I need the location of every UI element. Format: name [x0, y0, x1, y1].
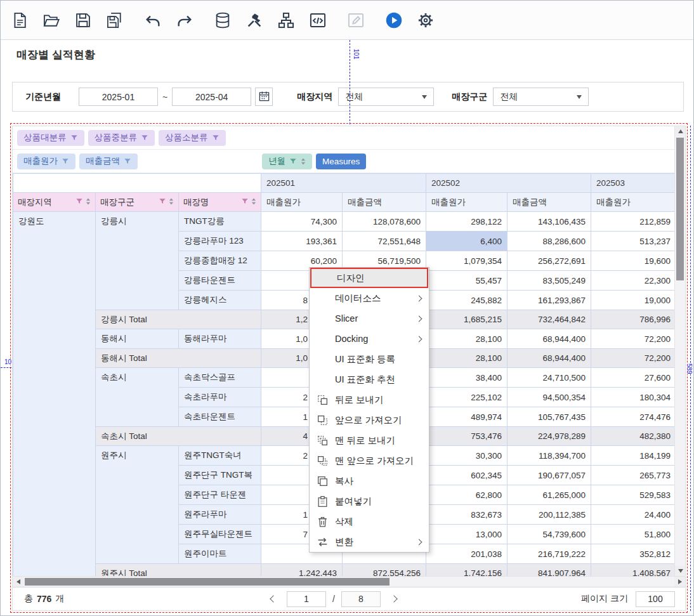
scroll-right-button[interactable]	[674, 577, 685, 587]
total-data-cell[interactable]: 482,380	[591, 427, 674, 446]
menu-item-ui-standard-register[interactable]: UI 표준화 등록	[310, 349, 429, 369]
tools-button[interactable]	[244, 7, 265, 34]
data-cell[interactable]: 19,000	[591, 291, 674, 310]
row-label-cell[interactable]: 원주TNGT숙녀	[179, 446, 261, 466]
prev-page-button[interactable]	[266, 591, 280, 606]
data-cell[interactable]: 28,100	[426, 329, 507, 349]
data-cell[interactable]: 529,583	[591, 485, 674, 505]
row-label-cell[interactable]: 강릉타운젠트	[179, 271, 261, 291]
value-column-header[interactable]: 매출원가	[261, 193, 343, 212]
data-cell[interactable]: 72,200	[591, 329, 674, 349]
total-data-cell[interactable]: 224,978,289	[507, 427, 591, 446]
settings-button[interactable]	[415, 7, 436, 34]
data-cell[interactable]: 51,800	[591, 525, 674, 544]
column-group-header[interactable]: 202503	[591, 174, 674, 193]
column-field-pill[interactable]: 년월	[262, 154, 312, 169]
data-cell[interactable]: 489,974	[426, 407, 507, 427]
data-cell[interactable]: 225,102	[426, 388, 507, 407]
undo-button[interactable]	[142, 7, 164, 34]
total-data-cell[interactable]: 1,408,567	[591, 564, 674, 577]
code-editor-button[interactable]	[307, 7, 329, 34]
row-label-cell[interactable]: 속초시	[96, 368, 179, 427]
database-button[interactable]	[212, 7, 233, 34]
data-cell[interactable]: 513,237	[591, 232, 674, 251]
data-cell[interactable]: 88,286,600	[507, 232, 591, 251]
calendar-button[interactable]	[255, 88, 273, 106]
menu-item-send-to-back[interactable]: 맨 뒤로 보내기	[310, 430, 429, 450]
data-cell[interactable]: 216,719,222	[507, 544, 591, 564]
run-button[interactable]	[383, 7, 405, 34]
data-cell[interactable]: 352,812	[591, 544, 674, 564]
row-field-pill[interactable]: 상품대분류	[17, 130, 84, 146]
value-column-header[interactable]: 매출원가	[591, 193, 674, 212]
value-column-header[interactable]: 매출원가	[426, 193, 507, 212]
data-cell[interactable]: 6,400	[426, 232, 507, 251]
measures-pill[interactable]: Measures	[316, 154, 366, 169]
measure-field-pill[interactable]: 매출금액	[79, 154, 138, 169]
total-data-cell[interactable]: 753,476	[426, 427, 507, 446]
row-dimension-header[interactable]: 매장지역	[13, 193, 96, 212]
total-data-cell[interactable]: 872,554,256	[343, 564, 426, 577]
data-cell[interactable]: 118,394,700	[507, 446, 591, 466]
data-cell[interactable]: 55,457	[426, 271, 507, 291]
data-cell[interactable]: 24,710,500	[507, 368, 591, 388]
menu-item-bring-to-front[interactable]: 맨 앞으로 가져오기	[310, 450, 429, 471]
scroll-up-button[interactable]	[675, 126, 685, 136]
data-cell[interactable]: 13,000	[426, 525, 507, 544]
save-button[interactable]	[72, 7, 94, 34]
filter-icon[interactable]	[75, 197, 83, 207]
total-data-cell[interactable]: 72,200	[591, 349, 674, 368]
data-cell[interactable]: 105,767,435	[507, 407, 591, 427]
menu-item-convert[interactable]: 변환	[310, 532, 429, 552]
hierarchy-button[interactable]	[275, 7, 297, 34]
district-select[interactable]: 전체	[493, 88, 589, 106]
data-cell[interactable]: 265,773	[591, 466, 674, 485]
menu-item-paste[interactable]: 붙여넣기	[310, 491, 429, 511]
total-data-cell[interactable]: 1,742,156	[426, 564, 507, 577]
region-select[interactable]: 전체	[338, 88, 434, 106]
sort-icon[interactable]	[86, 197, 91, 207]
data-cell[interactable]: 62,800	[426, 485, 507, 505]
data-cell[interactable]: 190,677,057	[507, 466, 591, 485]
total-label-cell[interactable]: 속초시 Total	[96, 427, 261, 446]
data-cell[interactable]: 128,078,600	[343, 212, 426, 232]
vertical-scroll-track[interactable]	[675, 136, 685, 566]
total-label-cell[interactable]: 동해시 Total	[96, 349, 261, 368]
data-cell[interactable]: 832,673	[426, 505, 507, 525]
horizontal-scroll-track[interactable]	[23, 577, 674, 587]
scroll-left-button[interactable]	[13, 577, 23, 587]
menu-item-delete[interactable]: 삭제	[310, 511, 429, 532]
data-cell[interactable]: 72,551,648	[343, 232, 426, 251]
row-label-cell[interactable]: 속초타운젠트	[179, 407, 261, 427]
menu-item-bring-forward[interactable]: 앞으로 가져오기	[310, 410, 429, 430]
row-label-cell[interactable]: 강원도	[13, 212, 96, 577]
total-label-cell[interactable]: 강릉시 Total	[96, 310, 261, 329]
menu-item-ui-standard-recommend[interactable]: UI 표준화 추천	[310, 369, 429, 390]
column-group-header[interactable]: 202502	[426, 174, 591, 193]
data-cell[interactable]: 602,345	[426, 466, 507, 485]
data-cell[interactable]: 245,882	[426, 291, 507, 310]
data-cell[interactable]: 200,112,385	[507, 505, 591, 525]
data-cell[interactable]: 161,293,867	[507, 291, 591, 310]
horizontal-scroll-thumb[interactable]	[25, 578, 390, 586]
total-data-cell[interactable]: 28,100	[426, 349, 507, 368]
row-label-cell[interactable]: 원주이마트	[179, 544, 261, 564]
row-label-cell[interactable]: 강릉헤지스	[179, 291, 261, 310]
data-cell[interactable]: 94,500,354	[507, 388, 591, 407]
row-label-cell[interactable]: 원주라푸마	[179, 505, 261, 525]
data-cell[interactable]: 256,272,691	[507, 251, 591, 271]
row-label-cell[interactable]: 동해라푸마	[179, 329, 261, 349]
row-label-cell[interactable]: 속초닥스골프	[179, 368, 261, 388]
data-cell[interactable]: 30,300	[426, 446, 507, 466]
vertical-scrollbar[interactable]	[674, 126, 685, 576]
total-data-cell[interactable]: 841,907,964	[507, 564, 591, 577]
filter-icon[interactable]	[159, 197, 166, 207]
row-label-cell[interactable]: 속초라푸마	[179, 388, 261, 407]
value-column-header[interactable]: 매출금액	[507, 193, 591, 212]
data-cell[interactable]: 38,400	[426, 368, 507, 388]
row-field-pill[interactable]: 상품중분류	[88, 130, 155, 146]
menu-item-copy[interactable]: 복사	[310, 471, 429, 491]
row-dimension-header[interactable]: 매장구군	[96, 193, 179, 212]
row-field-pill[interactable]: 상품소분류	[159, 130, 226, 146]
open-file-button[interactable]	[41, 7, 62, 34]
